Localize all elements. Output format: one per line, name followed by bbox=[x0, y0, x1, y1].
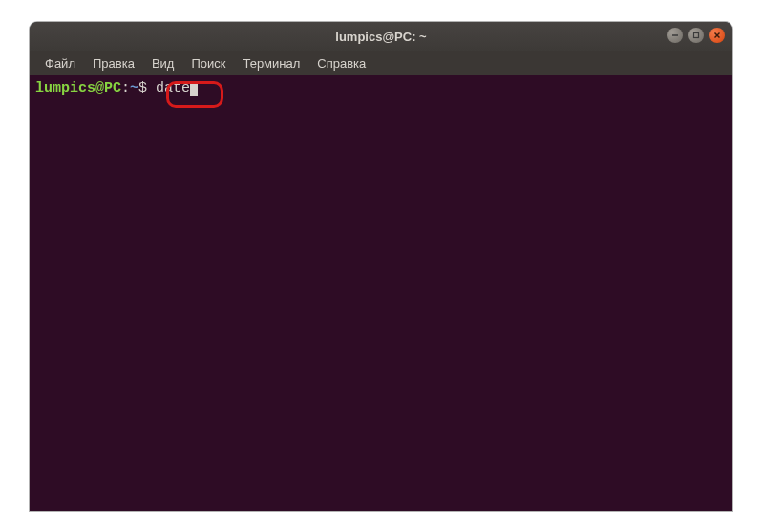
prompt-path: ~ bbox=[130, 79, 138, 98]
menu-search[interactable]: Поиск bbox=[183, 53, 233, 74]
cursor bbox=[190, 81, 198, 96]
close-button[interactable] bbox=[709, 28, 725, 43]
menu-edit[interactable]: Правка bbox=[85, 53, 142, 74]
svg-rect-1 bbox=[694, 33, 699, 38]
menu-terminal[interactable]: Терминал bbox=[235, 53, 307, 74]
minimize-icon bbox=[671, 32, 679, 39]
command-text: date bbox=[156, 79, 190, 98]
terminal-window: lumpics@PC: ~ Файл Правка Вид Поиск Терм… bbox=[30, 22, 732, 511]
titlebar: lumpics@PC: ~ bbox=[30, 22, 732, 51]
prompt-line: lumpics@PC:~$ date bbox=[35, 79, 727, 98]
close-icon bbox=[713, 32, 721, 39]
menu-file[interactable]: Файл bbox=[37, 53, 83, 74]
menu-help[interactable]: Справка bbox=[309, 53, 373, 74]
prompt-userhost: lumpics@PC bbox=[35, 79, 121, 98]
minimize-button[interactable] bbox=[667, 28, 683, 43]
terminal-body[interactable]: lumpics@PC:~$ date bbox=[30, 75, 732, 511]
prompt-colon: : bbox=[121, 79, 130, 98]
menu-view[interactable]: Вид bbox=[144, 53, 182, 74]
prompt-dollar: $ bbox=[138, 79, 156, 98]
menubar: Файл Правка Вид Поиск Терминал Справка bbox=[30, 51, 732, 75]
maximize-button[interactable] bbox=[688, 28, 704, 43]
window-title: lumpics@PC: ~ bbox=[335, 30, 426, 44]
maximize-icon bbox=[692, 32, 700, 39]
window-controls bbox=[667, 28, 725, 43]
